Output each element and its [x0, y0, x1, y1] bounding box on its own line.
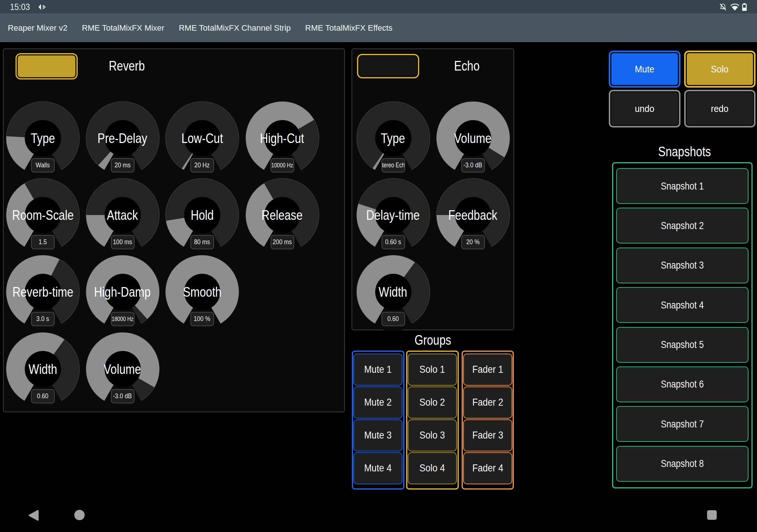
- group-button-solo-4[interactable]: Solo 4: [408, 452, 457, 484]
- echo-enable-toggle[interactable]: [357, 54, 419, 78]
- knob-value: 20 ms: [111, 158, 135, 173]
- reverb-knob-volume[interactable]: Volume-3.0 dB: [84, 330, 162, 408]
- solo-button-label: Solo: [687, 53, 753, 85]
- group-button-fader-1[interactable]: Fader 1: [463, 354, 512, 386]
- knob-value-text: 0.60: [37, 392, 49, 400]
- knob-label: Width: [319, 284, 467, 300]
- snapshot-button-snapshot-3[interactable]: Snapshot 3: [616, 248, 748, 283]
- tab-rme-totalmixfx-effects[interactable]: RME TotalMixFX Effects: [305, 23, 393, 33]
- recent-apps-icon[interactable]: [706, 509, 717, 521]
- group-button-label: Solo 1: [420, 364, 445, 375]
- snapshot-button-snapshot-2[interactable]: Snapshot 2: [616, 208, 748, 243]
- group-button-label: Mute 2: [364, 397, 392, 408]
- tab-label: Reaper Mixer v2: [8, 23, 67, 33]
- group-button-solo-1[interactable]: Solo 1: [408, 354, 457, 386]
- sound-crossfade-icon: [38, 4, 46, 10]
- knob-label: Smooth: [128, 284, 276, 300]
- snapshot-button-snapshot-6[interactable]: Snapshot 6: [616, 366, 748, 402]
- snapshot-button-label: Snapshot 4: [661, 299, 704, 311]
- knob-value: Walls: [31, 158, 55, 173]
- snapshot-button-snapshot-5[interactable]: Snapshot 5: [616, 327, 748, 363]
- reverb-knob-smooth[interactable]: Smooth100 %: [163, 253, 241, 331]
- knob-value: 3.0 s: [31, 312, 55, 326]
- knob-value: 80 ms: [190, 235, 214, 249]
- snapshot-button-snapshot-4[interactable]: Snapshot 4: [616, 287, 748, 323]
- echo-title-text: Echo: [454, 58, 480, 74]
- group-button-mute-2[interactable]: Mute 2: [353, 386, 403, 419]
- group-button-fader-3[interactable]: Fader 3: [463, 419, 512, 451]
- tab-reaper-mixer-v2[interactable]: Reaper Mixer v2: [8, 23, 67, 33]
- knob-value: 0.60: [381, 312, 405, 326]
- snapshot-button-snapshot-7[interactable]: Snapshot 7: [616, 406, 748, 442]
- knob-label-text: Release: [262, 208, 303, 223]
- knob-value: 200 ms: [271, 235, 294, 249]
- back-icon[interactable]: [27, 509, 40, 522]
- echo-enable-toggle-fill: [359, 56, 417, 76]
- knob-label-text: Volume: [104, 362, 141, 377]
- echo-knob-feedback[interactable]: Feedback20 %: [434, 176, 512, 254]
- undo-button-label: undo: [611, 92, 678, 125]
- knob-value-text: 80 ms: [194, 238, 210, 246]
- reverb-knob-high-cut[interactable]: High-Cut10000 Hz: [243, 99, 322, 177]
- knob-value: 20 %: [461, 235, 485, 249]
- tab-bar: Reaper Mixer v2RME TotalMixFX MixerRME T…: [0, 14, 757, 42]
- knob-value-text: 20 ms: [115, 161, 130, 169]
- knob-label: Feedback: [399, 208, 547, 223]
- knob-value: 0.60 s: [381, 235, 405, 249]
- group-button-label: Fader 4: [472, 463, 503, 474]
- knob-value-text: 20 Hz: [194, 161, 210, 169]
- knob-value-text: 3.0 s: [37, 315, 49, 323]
- knob-value: 100 %: [190, 312, 214, 326]
- knob-label-text: Smooth: [183, 284, 221, 300]
- tab-rme-totalmixfx-mixer[interactable]: RME TotalMixFX Mixer: [82, 23, 164, 33]
- group-button-solo-2[interactable]: Solo 2: [408, 386, 457, 419]
- mute-button-label: Mute: [611, 53, 678, 85]
- knob-value: 18000 Hz: [111, 312, 135, 326]
- knob-value: 1.5: [31, 235, 55, 249]
- tab-rme-totalmixfx-channel-strip[interactable]: RME TotalMixFX Channel Strip: [179, 23, 291, 33]
- redo-button-text: redo: [711, 103, 729, 114]
- group-button-mute-1[interactable]: Mute 1: [353, 354, 403, 386]
- knob-value-text: 20 %: [466, 238, 479, 246]
- knob-label-text: Feedback: [448, 208, 498, 223]
- groups-title-text: Groups: [414, 332, 451, 348]
- groups-title: Groups: [411, 332, 455, 348]
- reverb-knob-release[interactable]: Release200 ms: [243, 176, 322, 254]
- snapshot-button-label: Snapshot 6: [661, 378, 704, 390]
- snapshots-title: Snapshots: [653, 144, 716, 160]
- mute-button[interactable]: Mute: [609, 51, 680, 88]
- snapshot-button-snapshot-8[interactable]: Snapshot 8: [616, 446, 748, 482]
- knob-value-text: 200 ms: [273, 238, 292, 246]
- echo-knob-width[interactable]: Width0.60: [354, 253, 432, 331]
- snapshot-button-snapshot-1[interactable]: Snapshot 1: [616, 168, 748, 204]
- knob-value-text: 10000 Hz: [271, 162, 293, 169]
- snapshot-button-label: Snapshot 2: [661, 220, 704, 232]
- reverb-enable-toggle[interactable]: [16, 53, 78, 79]
- group-button-solo-3[interactable]: Solo 3: [408, 419, 457, 451]
- knob-value: Stereo Echo: [381, 158, 405, 173]
- undo-button[interactable]: undo: [609, 90, 680, 127]
- redo-button[interactable]: redo: [684, 90, 756, 127]
- knob-label-text: Width: [379, 284, 407, 300]
- tab-label: RME TotalMixFX Mixer: [82, 23, 164, 33]
- solo-button[interactable]: Solo: [684, 51, 756, 88]
- knob-value: 100 ms: [111, 235, 135, 249]
- undo-button-text: undo: [635, 103, 655, 114]
- group-button-fader-2[interactable]: Fader 2: [463, 386, 512, 419]
- status-clock: 15:03: [9, 0, 31, 14]
- home-icon[interactable]: [74, 509, 85, 521]
- knob-value-text: 1.5: [39, 238, 47, 246]
- group-button-mute-4[interactable]: Mute 4: [353, 452, 403, 484]
- knob-label: Volume: [399, 131, 547, 146]
- group-button-fader-4[interactable]: Fader 4: [463, 452, 512, 484]
- knob-value-text: Walls: [36, 161, 50, 169]
- snapshot-button-label: Snapshot 1: [661, 180, 704, 192]
- echo-knob-volume[interactable]: Volume-3.0 dB: [434, 99, 512, 177]
- group-button-mute-3[interactable]: Mute 3: [353, 419, 403, 451]
- group-button-label: Solo 2: [420, 397, 445, 408]
- snapshots-box: Snapshot 1Snapshot 2Snapshot 3Snapshot 4…: [612, 162, 753, 488]
- group-button-label: Fader 3: [472, 430, 503, 441]
- knob-value: 0.60: [31, 389, 55, 403]
- tab-label: RME TotalMixFX Effects: [305, 23, 393, 33]
- snapshot-button-label: Snapshot 5: [661, 339, 704, 351]
